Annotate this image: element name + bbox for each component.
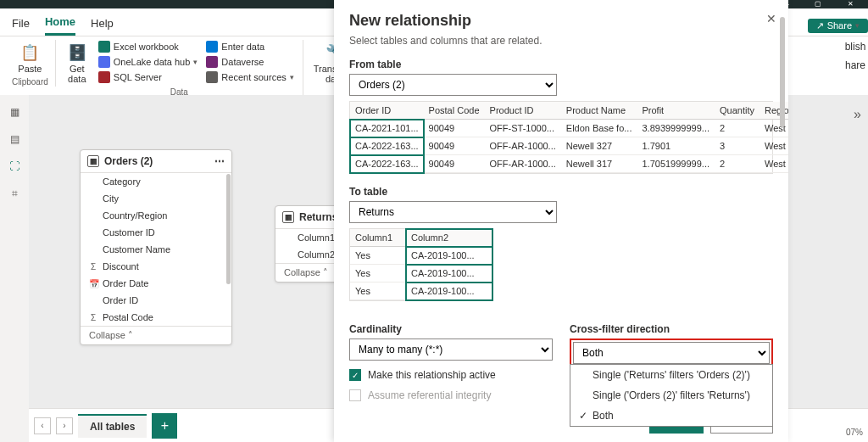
column-header[interactable]: Profit — [637, 102, 715, 120]
layout-tab-all-tables[interactable]: All tables — [78, 414, 147, 438]
report-view-button[interactable]: ▦ — [6, 104, 23, 120]
column-header[interactable]: Order ID — [350, 102, 424, 120]
dax-view-button[interactable]: ⌗ — [6, 185, 23, 202]
field-item[interactable]: ΣPostal Code — [81, 309, 231, 326]
share-button[interactable]: ↗ Share ▾ — [808, 19, 868, 33]
field-label: Customer Name — [103, 244, 170, 255]
field-item[interactable]: Customer ID — [81, 224, 231, 241]
more-icon[interactable]: ⋯ — [214, 155, 225, 167]
table-cell: 1.7051999999... — [637, 155, 715, 173]
expand-pane-icon[interactable]: » — [854, 107, 861, 122]
column-header[interactable]: Product ID — [485, 102, 561, 120]
table-icon: ▦ — [87, 155, 99, 167]
column-header[interactable]: Postal Code — [424, 102, 485, 120]
close-window-icon[interactable]: ✕ — [837, 0, 863, 8]
table-cell: OFF-AR-1000... — [485, 137, 561, 155]
field-item[interactable]: Order ID — [81, 292, 231, 309]
scrollbar[interactable] — [226, 174, 231, 284]
field-label: Column1 — [298, 232, 335, 243]
model-view-button[interactable]: ⛶ — [6, 158, 23, 175]
column-header[interactable]: Product Name — [561, 102, 637, 120]
field-label: Country/Region — [103, 210, 167, 221]
add-layout-button[interactable]: + — [152, 413, 177, 439]
crossfilter-option[interactable]: Single ('Returns' filters 'Orders (2)') — [570, 365, 772, 385]
excel-workbook-button[interactable]: Excel workbook — [97, 40, 200, 53]
next-tab-button[interactable]: › — [56, 417, 73, 434]
dialog-scrollbar[interactable] — [780, 17, 785, 127]
onelake-icon — [98, 56, 110, 68]
make-active-checkbox[interactable]: ✓ Make this relationship active — [349, 369, 553, 381]
table-cell: West — [760, 155, 788, 173]
table-title: Orders (2) — [104, 155, 153, 167]
paste-label: Paste — [18, 64, 42, 74]
column-header[interactable]: Column1 — [350, 229, 406, 247]
field-item[interactable]: 📅Order Date — [81, 275, 231, 292]
data-icon: 🗄️ — [66, 42, 88, 64]
dialog-title: New relationship — [349, 12, 773, 30]
column-header[interactable]: Column2 — [406, 229, 492, 247]
close-icon[interactable]: ✕ — [766, 12, 776, 25]
dataverse-label: Dataverse — [221, 57, 264, 67]
recent-label: Recent sources — [221, 72, 286, 82]
tab-help[interactable]: Help — [91, 17, 114, 35]
table-cell: Eldon Base fo... — [561, 120, 637, 137]
field-label: Category — [103, 176, 141, 187]
table-cell: CA-2019-100... — [406, 247, 492, 265]
table-cell: 1.7901 — [637, 137, 715, 155]
table-cell: West — [760, 137, 788, 155]
table-cell: 90049 — [424, 120, 485, 137]
maximize-icon[interactable]: ▢ — [805, 0, 831, 8]
prev-tab-button[interactable]: ‹ — [34, 417, 51, 434]
get-data-button[interactable]: 🗄️ Get data — [63, 40, 92, 86]
cardinality-select[interactable]: Many to many (*:*) — [349, 338, 553, 361]
field-type-icon: Σ — [89, 313, 97, 322]
table-title: Returns — [299, 211, 337, 223]
recent-icon — [206, 71, 218, 83]
table-row: CA-2022-163...90049OFF-AR-1000...Newell … — [350, 137, 788, 155]
crossfilter-option[interactable]: Single ('Orders (2)' filters 'Returns') — [570, 385, 772, 406]
crossfilter-dropdown: Single ('Returns' filters 'Orders (2)') … — [570, 364, 773, 427]
field-item[interactable]: Customer Name — [81, 241, 231, 258]
enter-data-button[interactable]: Enter data — [204, 40, 295, 53]
onelake-label: OneLake data hub — [114, 57, 191, 67]
field-label: Customer ID — [103, 227, 155, 238]
paste-button[interactable]: 📋 Paste — [14, 40, 45, 76]
field-item[interactable]: Category — [81, 173, 231, 190]
tab-home[interactable]: Home — [45, 15, 75, 36]
tab-file[interactable]: File — [12, 17, 30, 35]
table-cell: OFF-ST-1000... — [485, 120, 561, 137]
crossfilter-select[interactable]: Both — [573, 342, 770, 364]
field-label: Column2 — [298, 249, 335, 260]
from-table-select[interactable]: Orders (2) — [349, 74, 557, 96]
from-table-preview: Order IDPostal CodeProduct IDProduct Nam… — [349, 101, 773, 174]
publish-label-fragment: blish — [845, 41, 866, 53]
onelake-button[interactable]: OneLake data hub▾ — [97, 55, 200, 69]
crossfilter-option[interactable]: Both — [570, 406, 772, 426]
column-header[interactable]: Quantity — [715, 102, 760, 120]
table-cell: OFF-AR-1000... — [485, 155, 561, 173]
table-row: CA-2021-101...90049OFF-ST-1000...Eldon B… — [350, 120, 788, 137]
table-cell: Newell 327 — [561, 137, 637, 155]
field-label: Discount — [103, 261, 139, 271]
field-item[interactable]: Country/Region — [81, 207, 231, 224]
sql-server-button[interactable]: SQL Server — [97, 70, 200, 84]
share-caption-fragment: hare — [845, 59, 865, 71]
chevron-down-icon: ▾ — [193, 58, 198, 66]
dataverse-button[interactable]: Dataverse — [204, 55, 295, 69]
recent-sources-button[interactable]: Recent sources▾ — [204, 70, 295, 84]
checkbox-icon — [349, 389, 361, 401]
table-cell: Yes — [350, 247, 406, 265]
collapse-button[interactable]: Collapse ˄ — [81, 326, 231, 344]
share-label: Share — [827, 20, 852, 31]
to-table-select[interactable]: Returns — [349, 201, 557, 223]
field-item[interactable]: City — [81, 190, 231, 207]
table-row: CA-2022-163...90049OFF-AR-1000...Newell … — [350, 155, 788, 173]
enterdata-icon — [206, 41, 218, 53]
chevron-down-icon: ▾ — [290, 73, 294, 81]
field-item[interactable]: ΣDiscount — [81, 258, 231, 275]
table-icon: ▦ — [282, 211, 294, 223]
crossfilter-label: Cross-filter direction — [570, 323, 773, 335]
field-type-icon: Σ — [89, 262, 97, 271]
table-card-orders[interactable]: ▦Orders (2) ⋯ CategoryCityCountry/Region… — [80, 149, 232, 345]
data-view-button[interactable]: ▤ — [6, 131, 23, 148]
